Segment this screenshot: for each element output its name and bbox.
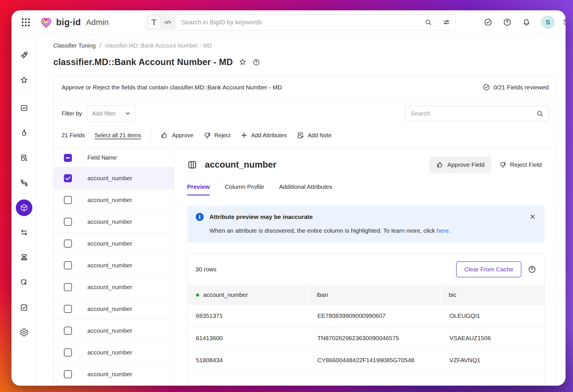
- preview-card-header: 30 rows Clear From Cache: [187, 254, 544, 285]
- title-row: classifier.MD::Bank Account Number - MD: [53, 57, 557, 67]
- row-checkbox[interactable]: [64, 240, 72, 248]
- reject-label: Reject: [214, 132, 231, 139]
- reject-button[interactable]: Reject: [203, 132, 231, 139]
- field-list-row[interactable]: account_number: [54, 385, 174, 385]
- select-all-checkbox[interactable]: [64, 154, 72, 162]
- global-search-input[interactable]: [176, 19, 424, 26]
- favorite-star-icon[interactable]: [239, 58, 247, 66]
- search-icon[interactable]: [424, 18, 432, 26]
- page-title: classifier.MD::Bank Account Number - MD: [53, 57, 233, 67]
- approve-field-button[interactable]: Approve Field: [429, 156, 492, 173]
- topbar: big·id Admin T </>: [11, 10, 566, 34]
- check-circle-icon[interactable]: [484, 18, 492, 27]
- shield-cursor-icon[interactable]: [20, 278, 28, 287]
- breadcrumb-current: classifier.MD::Bank Account Number - MD: [105, 42, 212, 49]
- tab-additional-attributes[interactable]: Additional Attributes: [279, 183, 332, 195]
- tab-preview[interactable]: Preview: [187, 183, 210, 195]
- field-row-label: account_number: [87, 218, 132, 225]
- field-list-row[interactable]: account_number: [54, 320, 174, 342]
- field-list-row[interactable]: account_number: [54, 298, 174, 320]
- field-list-row[interactable]: account_number: [54, 211, 174, 233]
- field-list-row[interactable]: account_number: [54, 254, 174, 276]
- workflow-icon[interactable]: [20, 179, 28, 187]
- sliders-icon[interactable]: [443, 18, 450, 26]
- banner-body-text: When an attribute is discovered, the ent…: [209, 227, 435, 234]
- preview-cell: EE780839909000990607: [309, 305, 441, 327]
- approve-button[interactable]: Approve: [161, 132, 193, 139]
- main-content: Classifier Tuning / classifier.MD::Bank …: [37, 34, 566, 386]
- breadcrumb: Classifier Tuning / classifier.MD::Bank …: [53, 42, 557, 49]
- document-search-icon[interactable]: [20, 154, 28, 162]
- reject-field-button[interactable]: Reject Field: [496, 156, 545, 173]
- preview-cell: 51808434: [187, 349, 309, 371]
- title-help-icon[interactable]: [252, 58, 260, 66]
- field-list-row[interactable]: account_number: [54, 233, 174, 254]
- hierarchy-icon[interactable]: [20, 253, 28, 262]
- field-detail-panel: account_number Approve Field Reject Fiel…: [174, 148, 557, 385]
- row-checkbox[interactable]: [64, 196, 72, 204]
- field-list-row[interactable]: account_number: [54, 276, 174, 298]
- fields-search-input[interactable]: [411, 110, 536, 117]
- add-note-label: Add Note: [308, 132, 331, 139]
- sidebar-nav: [11, 34, 37, 386]
- flame-icon[interactable]: [20, 129, 28, 137]
- clear-from-cache-button[interactable]: Clear From Cache: [456, 261, 521, 277]
- search-divider: [437, 18, 437, 27]
- breadcrumb-classifier-tuning[interactable]: Classifier Tuning: [53, 42, 96, 49]
- field-row-label: account_number: [87, 327, 132, 334]
- image-chart-icon[interactable]: [20, 104, 28, 112]
- row-checkbox[interactable]: [64, 283, 72, 291]
- brand: big·id Admin: [40, 16, 109, 29]
- add-attributes-button[interactable]: Add Attributes: [240, 132, 287, 139]
- bell-icon[interactable]: [522, 18, 531, 27]
- help-circle-icon[interactable]: [503, 18, 512, 27]
- text-mode-button[interactable]: T: [148, 16, 160, 29]
- preview-cell: TN8702629623630090046575: [309, 327, 441, 349]
- preview-cell: 61413600: [187, 327, 309, 349]
- fields-count: 21 Fields: [62, 132, 85, 139]
- add-filter-dropdown[interactable]: Add filter: [87, 105, 136, 121]
- app-window: big·id Admin T </>: [11, 10, 566, 386]
- field-list-row[interactable]: account_number: [54, 363, 174, 385]
- check-square-icon[interactable]: [20, 303, 28, 312]
- row-checkbox[interactable]: [64, 174, 72, 182]
- nav-divider: [19, 94, 30, 94]
- column-header-iban: iban: [309, 285, 441, 305]
- row-checkbox[interactable]: [64, 327, 72, 335]
- row-checkbox[interactable]: [64, 348, 72, 356]
- action-divider: [151, 129, 151, 141]
- rocket-icon[interactable]: [20, 51, 28, 60]
- add-note-button[interactable]: Add Note: [297, 132, 331, 139]
- row-checkbox[interactable]: [64, 218, 72, 226]
- tab-column-profile[interactable]: Column Profile: [225, 183, 264, 195]
- topbar-right: S S: [484, 15, 558, 29]
- row-checkbox[interactable]: [64, 261, 72, 269]
- field-list-row[interactable]: account_number: [54, 189, 174, 211]
- star-icon[interactable]: [20, 76, 28, 85]
- preview-row: 61413600TN8702629623630090046575VSAEAUZ1…: [187, 327, 544, 349]
- swap-arrows-icon[interactable]: [20, 228, 28, 237]
- fields-search-icon[interactable]: [536, 110, 544, 117]
- banner-here-link[interactable]: here.: [437, 227, 450, 234]
- field-row-label: account_number: [87, 262, 132, 269]
- preview-table-body: 68351371EE780839909000990607OLEUGQI16141…: [187, 305, 544, 371]
- preview-help-icon[interactable]: [528, 265, 536, 274]
- field-list-row[interactable]: account_number: [54, 342, 174, 363]
- approve-label: Approve: [172, 132, 193, 139]
- code-mode-button[interactable]: </>: [160, 19, 175, 26]
- field-list-row[interactable]: account_number: [54, 167, 174, 189]
- select-all-link[interactable]: Select all 21 items: [95, 132, 141, 139]
- user-name-partial: S: [563, 18, 566, 27]
- chevron-down-icon[interactable]: [121, 110, 131, 117]
- row-checkbox[interactable]: [64, 305, 72, 313]
- cube-icon[interactable]: [16, 199, 32, 216]
- split-view: Field Name account_number account_number…: [54, 148, 557, 385]
- avatar[interactable]: S: [541, 15, 555, 29]
- banner-header: i Attribute preview may be inaccurate: [196, 213, 536, 221]
- gear-icon[interactable]: [20, 328, 28, 337]
- row-checkbox[interactable]: [64, 370, 72, 378]
- apps-grid-icon[interactable]: [22, 18, 30, 26]
- close-icon[interactable]: [529, 213, 536, 220]
- brand-suffix: Admin: [86, 18, 109, 27]
- rows-count: 30 rows: [195, 266, 217, 273]
